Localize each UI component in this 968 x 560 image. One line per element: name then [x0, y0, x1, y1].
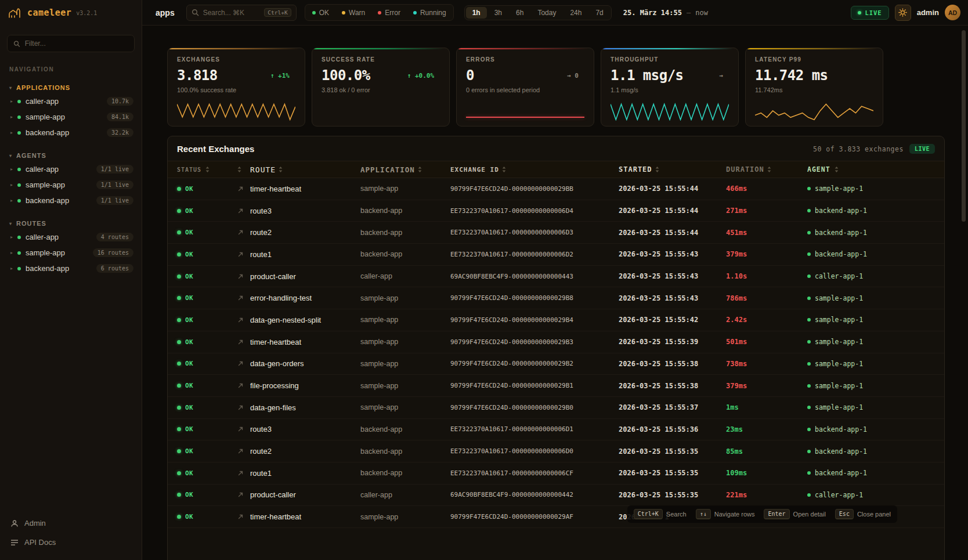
- table-row[interactable]: OK route3 backend-app EE7322370A10617-00…: [168, 200, 944, 222]
- status-filter-chip[interactable]: Warn: [336, 6, 371, 19]
- sidebar-item[interactable]: ▸ sample-app 84.1k: [0, 109, 142, 125]
- open-trace-icon[interactable]: [237, 251, 250, 258]
- status-filter-chip[interactable]: Running: [407, 6, 452, 19]
- table-row[interactable]: OK product-caller caller-app 69AC90BF8EB…: [168, 485, 944, 507]
- column-header-route[interactable]: ROUTE: [250, 165, 360, 174]
- sidebar-item-api-docs[interactable]: API Docs: [0, 533, 142, 552]
- sidebar-section-header[interactable]: ▾ AGENTS: [0, 150, 142, 161]
- agent-name: backend-app-1: [815, 469, 867, 477]
- column-header-started[interactable]: STARTED: [619, 165, 726, 174]
- table-row[interactable]: OK product-caller caller-app 69AC90BF8EB…: [168, 266, 944, 288]
- column-header-application[interactable]: APPLICATION: [360, 165, 450, 174]
- duration-value: 451ms: [726, 229, 807, 237]
- column-header-agent[interactable]: AGENT: [807, 165, 935, 174]
- time-range-button[interactable]: 6h: [510, 7, 530, 19]
- docs-list-icon: [10, 539, 19, 546]
- column-header-trace[interactable]: [237, 167, 250, 172]
- duration-value: 221ms: [726, 491, 807, 499]
- status-dot: [312, 11, 316, 15]
- scrollbar-thumb[interactable]: [962, 30, 966, 222]
- agent-dot: [807, 406, 811, 409]
- sidebar-item-admin[interactable]: Admin: [0, 514, 142, 533]
- chevron-down-icon: ▾: [9, 153, 12, 158]
- table-row[interactable]: OK route1 backend-app EE7322370A10617-00…: [168, 463, 944, 485]
- open-trace-icon[interactable]: [237, 492, 250, 498]
- sidebar-item[interactable]: ▸ caller-app 10.7k: [0, 93, 142, 109]
- application-name: sample-app: [360, 382, 450, 390]
- exchange-id: 90799F47E6CD24D-00000000000029B8: [450, 294, 619, 302]
- table-row[interactable]: OK data-gen-nested-split sample-app 9079…: [168, 309, 944, 331]
- open-trace-icon[interactable]: [237, 339, 250, 345]
- agent-dot: [807, 450, 811, 453]
- open-trace-icon[interactable]: [237, 186, 250, 192]
- open-trace-icon[interactable]: [237, 448, 250, 454]
- open-trace-icon[interactable]: [237, 426, 250, 432]
- content-scroll[interactable]: EXCHANGES 3.818 ↑ +1% 100.0% success rat…: [142, 26, 968, 560]
- application-name: sample-app: [360, 185, 450, 193]
- open-trace-icon[interactable]: [237, 208, 250, 214]
- application-name: caller-app: [360, 272, 450, 280]
- table-row[interactable]: OK data-gen-files sample-app 90799F47E6C…: [168, 397, 944, 419]
- sidebar-section-header[interactable]: ▾ ROUTES: [0, 218, 142, 229]
- open-trace-icon[interactable]: [237, 317, 250, 323]
- status-dot: [177, 515, 181, 519]
- table-row[interactable]: OK timer-heartbeat sample-app 90799F47E6…: [168, 178, 944, 200]
- column-header-duration[interactable]: DURATION: [726, 165, 807, 174]
- stat-title: SUCCESS RATE: [322, 56, 440, 63]
- time-window-end: now: [695, 9, 708, 17]
- time-range-button[interactable]: 1h: [466, 7, 487, 19]
- open-trace-icon[interactable]: [237, 229, 250, 236]
- sidebar-filter-input[interactable]: [25, 39, 128, 48]
- open-trace-icon[interactable]: [237, 382, 250, 389]
- table-row[interactable]: OK route2 backend-app EE7322370A10617-00…: [168, 222, 944, 244]
- started-time: 2026-03-25 15:55:43: [619, 272, 726, 280]
- sparkline-chart: [177, 101, 295, 121]
- status-filter-chip[interactable]: Error: [372, 6, 406, 19]
- started-time: 2026-03-25 15:55:43: [619, 250, 726, 258]
- stat-card: LATENCY P99 11.742 ms 11.742ms: [745, 48, 883, 127]
- time-range-button[interactable]: 7d: [589, 7, 609, 19]
- time-range-button[interactable]: 24h: [564, 7, 588, 19]
- app-root: cameleer v3.2.1 NAVIGATION ▾ APPLICATION…: [0, 0, 968, 560]
- sidebar-item[interactable]: ▸ caller-app 4 routes: [0, 229, 142, 245]
- agent-name: backend-app-1: [815, 229, 867, 237]
- avatar[interactable]: AD: [945, 5, 960, 20]
- table-row[interactable]: OK data-gen-orders sample-app 90799F47E6…: [168, 353, 944, 375]
- column-header-exchange-id[interactable]: EXCHANGE ID: [450, 166, 619, 174]
- sidebar-section-header[interactable]: ▾ APPLICATIONS: [0, 82, 142, 93]
- sidebar-item[interactable]: ▸ sample-app 16 routes: [0, 245, 142, 261]
- search-input[interactable]: [203, 9, 261, 17]
- agent-dot: [807, 297, 811, 300]
- exchange-id: EE7322370A10617-00000000000006D4: [450, 207, 619, 215]
- sidebar-item[interactable]: ▸ backend-app 6 routes: [0, 261, 142, 276]
- column-header-status[interactable]: STATUS: [177, 167, 237, 173]
- table-row[interactable]: OK error-handling-test sample-app 90799F…: [168, 287, 944, 309]
- health-dot: [17, 115, 21, 119]
- table-row[interactable]: OK route2 backend-app EE7322370A10617-00…: [168, 440, 944, 463]
- table-row[interactable]: OK route1 backend-app EE7322370A10617-00…: [168, 244, 944, 266]
- sidebar-item[interactable]: ▸ backend-app 32.2k: [0, 125, 142, 140]
- open-trace-icon[interactable]: [237, 295, 250, 301]
- sidebar-item[interactable]: ▸ backend-app 1/1 live: [0, 193, 142, 208]
- sidebar-item[interactable]: ▸ caller-app 1/1 live: [0, 161, 142, 177]
- table-row[interactable]: OK timer-heartbeat sample-app 90799F47E6…: [168, 331, 944, 353]
- chevron-right-icon: ▸: [10, 250, 13, 255]
- open-trace-icon[interactable]: [237, 273, 250, 280]
- sidebar-item[interactable]: ▸ sample-app 1/1 live: [0, 177, 142, 193]
- time-range-button[interactable]: Today: [531, 7, 562, 19]
- open-trace-icon[interactable]: [237, 514, 250, 520]
- hint-label: Close panel: [857, 511, 891, 518]
- time-range-button[interactable]: 3h: [488, 7, 508, 19]
- table-row[interactable]: OK file-processing sample-app 90799F47E6…: [168, 375, 944, 397]
- stat-subtitle: 11.742ms: [755, 86, 873, 93]
- live-toggle[interactable]: LIVE: [851, 6, 888, 20]
- theme-toggle[interactable]: [895, 5, 911, 21]
- table-row[interactable]: OK route3 backend-app EE7322370A10617-00…: [168, 419, 944, 441]
- stat-card: EXCHANGES 3.818 ↑ +1% 100.0% success rat…: [167, 48, 305, 127]
- open-trace-icon[interactable]: [237, 404, 250, 411]
- health-dot: [17, 131, 21, 135]
- status-filter-chip[interactable]: OK: [306, 6, 335, 19]
- open-trace-icon[interactable]: [237, 360, 250, 367]
- open-trace-icon[interactable]: [237, 470, 250, 476]
- sidebar-item-label: backend-app: [26, 264, 92, 273]
